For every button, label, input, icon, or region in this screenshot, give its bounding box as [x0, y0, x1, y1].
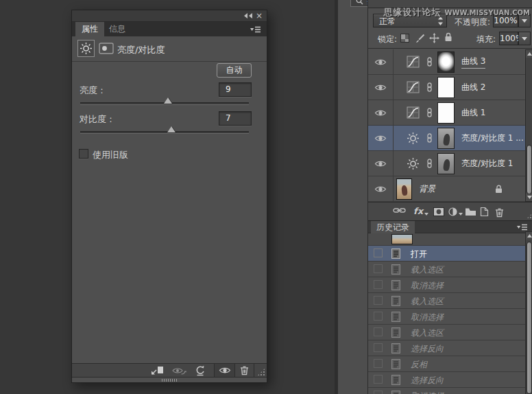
layer-name[interactable]: 亮度/对比度 1 ...	[461, 132, 524, 144]
delete-adjustment-button[interactable]	[234, 364, 254, 377]
history-brush-source-well[interactable]	[374, 391, 383, 394]
lock-all-icon[interactable]	[444, 32, 452, 42]
panel-resize-grip[interactable]	[257, 368, 265, 376]
delete-layer-icon[interactable]	[494, 207, 505, 218]
brightness-adjustment-icon[interactable]	[407, 132, 420, 145]
opacity-value-field[interactable]: 100%	[493, 14, 518, 27]
fill-value-field[interactable]: 100%	[499, 32, 518, 45]
layer-row[interactable]: 曲线 3	[368, 49, 526, 75]
history-row[interactable]: 载入选区	[368, 293, 526, 309]
history-row[interactable]: 反相	[368, 356, 526, 372]
layer-row[interactable]: 曲线 1	[368, 100, 526, 126]
mask-thumbnail[interactable]	[437, 102, 455, 124]
collapse-to-icons-icon[interactable]	[244, 13, 252, 19]
tab-info[interactable]: 信息	[103, 22, 132, 36]
history-brush-source-well[interactable]	[374, 312, 383, 321]
history-brush-source-well[interactable]	[374, 359, 383, 368]
history-row[interactable]: 选择反向	[368, 372, 526, 388]
history-row[interactable]: 取消选择	[368, 388, 526, 394]
blend-mode-dropdown[interactable]: 正常	[373, 14, 447, 27]
mask-thumbnail[interactable]	[437, 153, 455, 174]
history-scrollbar[interactable]	[525, 231, 532, 394]
brightness-value-field[interactable]: 9	[219, 82, 252, 97]
curves-adjustment-icon[interactable]	[407, 81, 420, 93]
history-row[interactable]: 取消选择	[368, 309, 526, 325]
history-row[interactable]: 选择反向	[368, 340, 526, 356]
opacity-dropdown-button[interactable]	[518, 14, 531, 27]
contrast-value-field[interactable]: 7	[219, 111, 252, 126]
lock-transparent-pixels-icon[interactable]	[400, 34, 409, 43]
curves-adjustment-icon[interactable]	[407, 106, 420, 119]
close-icon[interactable]: ×	[256, 11, 263, 21]
auto-button[interactable]: 自动	[217, 63, 252, 78]
layer-visibility-toggle[interactable]	[368, 176, 394, 201]
lock-paint-icon[interactable]	[415, 34, 425, 43]
history-brush-source-well[interactable]	[374, 280, 383, 289]
brightness-adjustment-icon[interactable]	[77, 40, 95, 57]
clip-to-layer-icon[interactable]	[99, 43, 114, 54]
mask-thumbnail[interactable]	[437, 51, 455, 73]
brightness-adjustment-icon[interactable]	[407, 157, 420, 170]
contrast-slider-thumb[interactable]	[167, 126, 176, 132]
layer-row[interactable]: 背景	[368, 176, 526, 202]
tab-properties[interactable]: 属性	[75, 22, 104, 36]
panel-menu-icon[interactable]	[250, 26, 261, 33]
link-layers-icon[interactable]	[393, 207, 406, 213]
layer-visibility-toggle[interactable]	[368, 75, 394, 100]
tab-history[interactable]: 历史记录	[371, 221, 415, 233]
curves-adjustment-icon[interactable]	[407, 56, 420, 68]
add-layer-mask-icon[interactable]	[433, 207, 444, 216]
layer-row[interactable]: 亮度/对比度 1 ...	[368, 126, 526, 151]
scroll-up-icon[interactable]	[526, 50, 532, 58]
layer-name[interactable]: 曲线 1	[461, 107, 485, 119]
mask-thumbnail[interactable]	[437, 128, 455, 149]
scroll-up-icon[interactable]	[526, 232, 532, 240]
properties-panel-titlebar[interactable]: ×	[72, 10, 267, 22]
new-adjustment-layer-icon[interactable]	[448, 207, 463, 216]
new-group-icon[interactable]	[465, 207, 476, 216]
history-brush-source-well[interactable]	[374, 343, 383, 352]
toggle-previous-state-icon[interactable]	[172, 367, 186, 375]
layer-style-fx-icon[interactable]: fx	[413, 207, 428, 216]
panel-menu-icon[interactable]	[516, 224, 528, 231]
panel-height-grip[interactable]	[162, 379, 178, 382]
layer-visibility-toggle[interactable]	[368, 126, 394, 150]
snapshot-thumbnail[interactable]	[391, 234, 413, 244]
history-snapshot-row[interactable]	[368, 233, 526, 246]
layer-row[interactable]: 曲线 2	[368, 75, 526, 100]
history-row[interactable]: 打开	[368, 246, 526, 262]
history-row[interactable]: 取消选择	[368, 277, 526, 293]
scrollbar-thumb[interactable]	[527, 242, 532, 394]
clip-adjustment-icon[interactable]	[151, 366, 164, 375]
fill-dropdown-button[interactable]	[518, 32, 531, 45]
panel-resize-grip[interactable]	[527, 211, 532, 219]
history-brush-source-well[interactable]	[374, 327, 383, 336]
layer-row[interactable]: 亮度/对比度 1	[368, 151, 526, 176]
new-layer-icon[interactable]	[479, 207, 489, 217]
scrollbar-thumb[interactable]	[527, 145, 532, 194]
layers-scrollbar[interactable]	[525, 49, 532, 202]
layer-name[interactable]: 曲线 2	[461, 82, 485, 93]
layer-name[interactable]: 曲线 3	[461, 56, 485, 69]
history-brush-source-well[interactable]	[374, 248, 383, 257]
layer-visibility-toggle[interactable]	[368, 151, 394, 176]
brightness-slider[interactable]	[80, 102, 249, 105]
layer-visibility-toggle[interactable]	[368, 49, 394, 74]
toggle-visibility-button[interactable]	[214, 364, 234, 377]
layer-thumbnail[interactable]	[396, 178, 412, 200]
layer-name[interactable]: 亮度/对比度 1	[461, 158, 513, 170]
brightness-slider-thumb[interactable]	[164, 97, 172, 104]
history-brush-source-well[interactable]	[374, 264, 383, 273]
history-row[interactable]: 载入选区	[368, 325, 526, 340]
lock-position-icon[interactable]	[429, 33, 439, 43]
mask-thumbnail[interactable]	[437, 77, 455, 98]
history-brush-source-well[interactable]	[374, 375, 383, 384]
contrast-slider[interactable]	[80, 131, 249, 134]
scroll-down-icon[interactable]	[526, 194, 532, 201]
layer-visibility-toggle[interactable]	[368, 100, 394, 125]
reset-adjustment-icon[interactable]	[195, 365, 206, 376]
history-row[interactable]: 载入选区	[368, 262, 526, 277]
use-legacy-checkbox[interactable]	[79, 149, 88, 159]
layer-name[interactable]: 背景	[419, 183, 435, 195]
history-brush-source-well[interactable]	[374, 296, 383, 305]
